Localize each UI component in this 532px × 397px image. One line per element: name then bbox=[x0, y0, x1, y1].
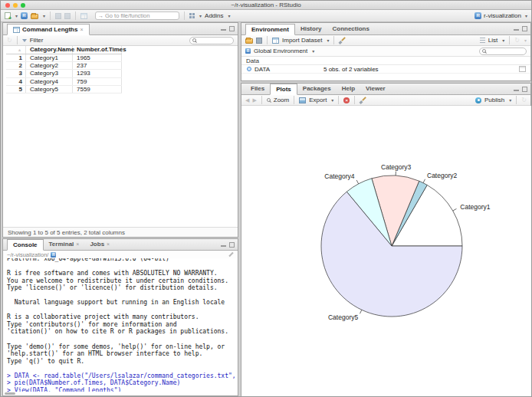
refresh-environment-icon[interactable]: ↻ bbox=[514, 37, 520, 44]
tab-viewer[interactable]: Viewer bbox=[360, 83, 391, 94]
export-plot-button[interactable]: Export bbox=[309, 97, 327, 103]
table-row[interactable]: 5Category57559 bbox=[6, 86, 122, 94]
to-source-icon[interactable] bbox=[228, 252, 233, 257]
console-output-line: Type 'q()' to quit R. bbox=[7, 358, 236, 366]
open-file-icon[interactable] bbox=[31, 14, 38, 19]
console-output-line bbox=[7, 365, 236, 372]
new-file-dropdown[interactable] bbox=[14, 12, 18, 19]
clear-plots-icon[interactable] bbox=[360, 97, 366, 103]
view-table-icon[interactable] bbox=[519, 66, 526, 72]
save-all-icon[interactable] bbox=[64, 13, 71, 19]
zoom-plot-button[interactable]: Zoom bbox=[274, 97, 289, 103]
open-recent-dropdown[interactable] bbox=[41, 12, 45, 19]
working-directory: ~/r-visualization/ bbox=[7, 251, 48, 258]
close-terminal-icon[interactable]: × bbox=[76, 238, 79, 250]
plots-tabbar: Files Plots Packages Help Viewer bbox=[241, 84, 530, 95]
environment-search-box[interactable] bbox=[479, 48, 527, 55]
export-dropdown[interactable] bbox=[330, 97, 333, 103]
refresh-plot-icon[interactable]: ↻ bbox=[521, 97, 527, 103]
column-header-times[interactable]: Number.of.Times bbox=[73, 46, 122, 54]
tab-environment[interactable]: Environment bbox=[245, 24, 295, 35]
scope-selector[interactable]: Global Environment bbox=[254, 48, 307, 54]
addins-dropdown[interactable] bbox=[227, 12, 231, 19]
tab-history[interactable]: History bbox=[295, 23, 327, 34]
minimize-panel-icon[interactable] bbox=[514, 26, 519, 31]
console-output-line bbox=[7, 263, 236, 271]
publish-button[interactable]: Publish bbox=[484, 97, 504, 103]
minimize-panel-icon[interactable] bbox=[221, 242, 226, 248]
refresh-data-icon[interactable]: ↻ bbox=[7, 37, 12, 44]
tab-console[interactable]: Console bbox=[7, 239, 44, 251]
new-file-icon[interactable] bbox=[5, 12, 11, 19]
tab-command-lengths[interactable]: Command Lengths × bbox=[7, 24, 90, 35]
pie-label-category2: Category2 bbox=[427, 172, 457, 179]
column-header-name[interactable]: Category.Name bbox=[26, 46, 73, 54]
remove-plot-icon[interactable] bbox=[343, 97, 350, 103]
tab-files[interactable]: Files bbox=[245, 83, 270, 94]
console-output-line: R is a collaborative project with many c… bbox=[7, 313, 236, 321]
table-row[interactable]: 2Category2237 bbox=[6, 62, 122, 70]
print-icon[interactable] bbox=[80, 13, 87, 19]
goto-file-input[interactable] bbox=[105, 12, 174, 19]
rownum-header[interactable]: ▴ bbox=[6, 46, 26, 54]
addins-menu[interactable]: Addins bbox=[205, 12, 223, 19]
tab-terminal[interactable]: Terminal × bbox=[44, 238, 85, 250]
tab-help[interactable]: Help bbox=[337, 83, 360, 94]
environment-search-input[interactable] bbox=[488, 48, 524, 54]
filter-button[interactable]: Filter bbox=[30, 37, 44, 44]
scope-dropdown[interactable] bbox=[310, 48, 314, 54]
table-row[interactable]: 3Category31293 bbox=[6, 70, 122, 77]
import-dataset-button[interactable]: Import Dataset bbox=[282, 37, 322, 44]
main-toolbar: → Addins r-visualization bbox=[1, 10, 531, 22]
data-viewer-toolbar: ↻ Filter bbox=[3, 35, 238, 46]
tab-packages[interactable]: Packages bbox=[297, 83, 337, 94]
previous-plot-icon[interactable]: ◀ bbox=[245, 97, 249, 103]
minimize-panel-icon[interactable] bbox=[221, 26, 226, 31]
table-row[interactable]: 4Category4759 bbox=[6, 78, 122, 86]
console-output-line bbox=[7, 292, 236, 300]
table-search-input[interactable] bbox=[198, 38, 231, 43]
environment-object-row[interactable]: DATA 5 obs. of 2 variables bbox=[241, 65, 530, 74]
environment-toolbar: Import Dataset List ↻ bbox=[241, 35, 530, 46]
close-tab-icon[interactable]: × bbox=[80, 24, 83, 35]
object-description: 5 obs. of 2 variables bbox=[323, 66, 379, 73]
window-title: ~/r-visualization - RStudio bbox=[1, 1, 531, 10]
table-cell: Category3 bbox=[26, 70, 73, 77]
r-logo-icon bbox=[51, 252, 56, 258]
table-search-box[interactable] bbox=[189, 37, 234, 44]
load-workspace-icon[interactable] bbox=[245, 38, 253, 44]
refresh-dropdown[interactable] bbox=[523, 37, 527, 44]
tab-plots[interactable]: Plots bbox=[270, 84, 297, 95]
table-row[interactable]: 1Category11965 bbox=[6, 54, 122, 62]
save-workspace-icon[interactable] bbox=[256, 38, 262, 44]
goto-file-box[interactable]: → bbox=[95, 11, 179, 20]
close-jobs-icon[interactable]: × bbox=[107, 238, 110, 250]
publish-icon bbox=[475, 97, 481, 103]
next-plot-icon[interactable]: ▶ bbox=[252, 97, 256, 103]
table-header-row: ▴ Category.Name Number.of.Times bbox=[6, 46, 122, 54]
list-view-dropdown[interactable] bbox=[501, 37, 504, 44]
maximize-panel-icon[interactable] bbox=[522, 87, 527, 92]
console-output-line: 'citation()' on how to cite R or R packa… bbox=[7, 328, 236, 336]
data-viewer-panel: Command Lengths × ↻ Filter ▴ Category.Na… bbox=[2, 22, 238, 238]
console-hscrollbar[interactable] bbox=[5, 392, 15, 395]
list-view-button[interactable]: List bbox=[488, 37, 498, 44]
console-output[interactable]: Platform: x86_64-apple-darwin13.6.0 (64-… bbox=[3, 258, 236, 392]
publish-dropdown[interactable] bbox=[507, 97, 511, 103]
new-project-icon[interactable] bbox=[21, 12, 28, 19]
filter-icon bbox=[22, 39, 27, 42]
tab-connections[interactable]: Connections bbox=[327, 23, 374, 34]
save-icon[interactable] bbox=[55, 13, 61, 19]
workspace-panes-icon[interactable] bbox=[189, 13, 195, 18]
panes-dropdown[interactable] bbox=[198, 12, 202, 19]
clear-workspace-icon[interactable] bbox=[339, 37, 346, 44]
project-menu-button[interactable]: r-visualization bbox=[475, 12, 527, 19]
maximize-panel-icon[interactable] bbox=[522, 26, 527, 31]
minimize-panel-icon[interactable] bbox=[514, 87, 519, 92]
plots-toolbar: ◀ ▶ Zoom Export Publish ↻ bbox=[241, 95, 530, 106]
maximize-panel-icon[interactable] bbox=[229, 242, 235, 248]
table-cell: Category4 bbox=[26, 78, 73, 85]
maximize-panel-icon[interactable] bbox=[229, 26, 235, 31]
tab-jobs[interactable]: Jobs × bbox=[84, 238, 115, 250]
import-dataset-dropdown[interactable] bbox=[325, 37, 329, 44]
